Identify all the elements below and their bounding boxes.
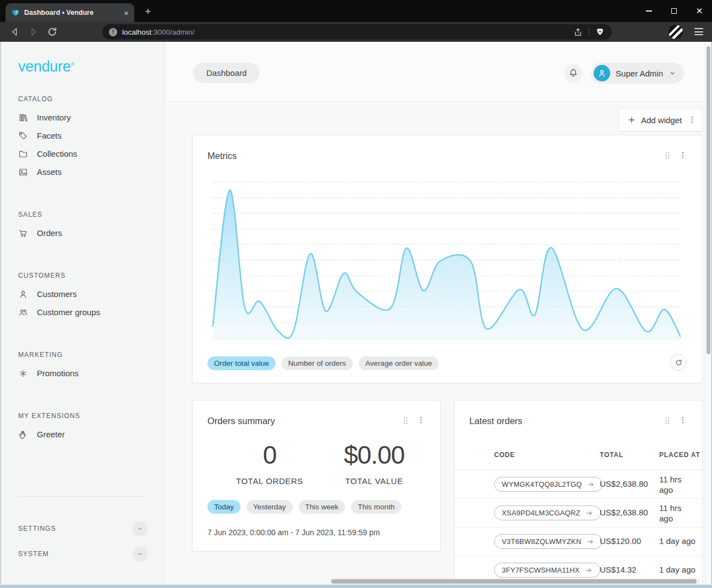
metric-tab-number-of-orders[interactable]: Number of orders xyxy=(282,356,353,370)
sidebar-section-system[interactable]: SYSTEM xyxy=(18,545,148,563)
order-code: XSA9PD4LM3CGAQRZ xyxy=(502,509,580,517)
sidebar-section-label: SYSTEM xyxy=(18,550,49,558)
sidebar-item-facets[interactable]: Facets xyxy=(18,127,148,145)
order-code: V3T6BW8ZQLWMYZKN xyxy=(502,537,582,546)
users-icon xyxy=(18,307,28,317)
order-placed-at: 1 day ago xyxy=(659,565,703,575)
menu-icon[interactable] xyxy=(693,26,704,37)
refresh-icon xyxy=(675,359,683,367)
page-frame: vendure® CATALOGInventoryFacetsCollectio… xyxy=(0,42,712,588)
range-chip-yesterday[interactable]: Yesterday xyxy=(247,500,293,514)
sidebar-section-settings[interactable]: SETTINGS xyxy=(18,520,148,537)
info-icon[interactable]: ! xyxy=(109,28,117,36)
brave-shield-icon[interactable] xyxy=(595,27,605,37)
notifications-button[interactable] xyxy=(564,64,583,83)
drag-handle-icon[interactable] xyxy=(664,416,671,425)
sidebar-section-my-extensions: MY EXTENSIONSGreeter xyxy=(18,412,148,443)
range-chip-this-week[interactable]: This week xyxy=(299,500,346,514)
back-icon[interactable] xyxy=(9,26,21,38)
order-code-link[interactable]: WYMGK4TQQ8JL2TGQ xyxy=(494,477,603,492)
horizontal-scrollbar-thumb[interactable] xyxy=(331,579,697,584)
profile-avatar[interactable] xyxy=(669,25,683,39)
kebab-icon[interactable] xyxy=(678,151,687,160)
latest-orders-widget: Latest orders CODETOTALPLACED AT WYMGK4T… xyxy=(454,400,703,585)
total-value-stat: $0.00 TOTAL VALUE xyxy=(325,440,424,486)
forward-icon[interactable] xyxy=(28,26,40,38)
page-title[interactable]: Dashboard xyxy=(193,63,260,83)
sidebar-item-inventory[interactable]: Inventory xyxy=(18,108,148,127)
drag-handle-icon[interactable] xyxy=(664,151,671,160)
sidebar-item-promotions[interactable]: Promotions xyxy=(18,364,148,382)
sidebar-item-collections[interactable]: Collections xyxy=(18,145,148,163)
refresh-button[interactable] xyxy=(670,354,687,371)
close-icon[interactable]: × xyxy=(124,9,129,17)
arrow-right-icon xyxy=(587,481,595,488)
range-chip-today[interactable]: Today xyxy=(207,500,240,514)
order-row: XSA9PD4LM3CGAQRZUS$2,638.8011 hrsago xyxy=(454,498,702,527)
sidebar-item-orders[interactable]: Orders xyxy=(18,224,148,242)
sidebar-section-customers: CUSTOMERSCustomersCustomer groups xyxy=(18,272,148,321)
kebab-icon[interactable] xyxy=(688,116,697,124)
chevron-down-icon[interactable] xyxy=(133,546,148,562)
column-header-code: CODE xyxy=(494,451,515,459)
arrow-right-icon xyxy=(585,509,593,517)
add-widget-button[interactable]: Add widget xyxy=(619,108,703,131)
horizontal-scrollbar xyxy=(330,578,700,585)
sidebar-section-label: MARKETING xyxy=(18,351,148,359)
user-menu[interactable]: Super Admin xyxy=(591,63,684,84)
order-total: US$2,638.80 xyxy=(600,479,648,488)
vertical-scrollbar-thumb[interactable] xyxy=(706,46,710,354)
arrow-right-icon xyxy=(585,567,593,574)
total-orders-stat: 0 TOTAL ORDERS xyxy=(209,440,330,486)
bell-icon xyxy=(568,68,579,79)
sidebar-section-catalog: CATALOGInventoryFacetsCollectionsAssets xyxy=(18,95,148,181)
order-code: WYMGK4TQQ8JL2TGQ xyxy=(502,480,582,488)
order-total: US$14.32 xyxy=(600,565,637,574)
kebab-icon[interactable] xyxy=(678,416,687,425)
user-icon xyxy=(18,289,28,299)
order-row: WYMGK4TQQ8JL2TGQUS$2,638.8011 hrsago xyxy=(454,470,702,498)
tag-icon xyxy=(18,131,28,141)
sidebar-item-label: Inventory xyxy=(37,113,71,122)
image-icon xyxy=(18,167,28,177)
metric-tab-average-order-value[interactable]: Average order value xyxy=(359,356,439,370)
sidebar-item-assets[interactable]: Assets xyxy=(18,163,148,181)
order-placed-at: 1 day ago xyxy=(659,536,703,547)
url-bar[interactable]: ! localhost:3000/admin/ xyxy=(102,24,612,40)
users-icon xyxy=(18,307,28,317)
sidebar-item-customers[interactable]: Customers xyxy=(18,285,148,303)
browser-window: Dashboard • Vendure × + ✕ ! localhost:30… xyxy=(0,0,712,588)
vendure-logo[interactable]: vendure® xyxy=(18,58,165,75)
range-chip-this-month[interactable]: This month xyxy=(351,500,401,514)
order-code-link[interactable]: XSA9PD4LM3CGAQRZ xyxy=(494,505,601,520)
tag-icon xyxy=(18,131,28,141)
sidebar-section-label: MY EXTENSIONS xyxy=(18,412,148,420)
stat-value: 0 xyxy=(209,440,330,470)
window-controls: ✕ xyxy=(636,0,712,22)
order-placed-at: 11 hrsago xyxy=(659,475,703,496)
stat-label: TOTAL ORDERS xyxy=(209,476,330,486)
minimize-icon[interactable] xyxy=(636,0,661,22)
table-header-row: CODETOTALPLACED AT xyxy=(454,451,703,462)
reload-icon[interactable] xyxy=(46,26,58,38)
drag-handle-icon[interactable] xyxy=(402,416,409,425)
divider xyxy=(589,28,589,36)
cart-icon xyxy=(18,228,28,238)
order-code-link[interactable]: V3T6BW8ZQLWMYZKN xyxy=(494,534,602,549)
sidebar-section-label: SETTINGS xyxy=(18,525,56,532)
close-icon[interactable]: ✕ xyxy=(687,0,712,22)
sidebar-item-greeter[interactable]: Greeter xyxy=(18,425,148,443)
cart-icon xyxy=(18,228,28,238)
chevron-down-icon[interactable] xyxy=(133,521,148,536)
kebab-icon[interactable] xyxy=(417,416,425,425)
folder-icon xyxy=(18,149,28,159)
user-name: Super Admin xyxy=(616,69,663,78)
share-icon[interactable] xyxy=(573,27,583,37)
browser-tab[interactable]: Dashboard • Vendure × xyxy=(6,3,134,22)
maximize-icon[interactable] xyxy=(661,0,687,22)
sidebar-divider xyxy=(18,496,146,497)
sidebar-item-customer-groups[interactable]: Customer groups xyxy=(18,303,148,321)
metric-tab-order-total-value[interactable]: Order total value xyxy=(207,356,276,370)
order-code-link[interactable]: 3FY7FSCWSHMA11HX xyxy=(494,563,600,578)
new-tab-button[interactable]: + xyxy=(142,6,154,18)
